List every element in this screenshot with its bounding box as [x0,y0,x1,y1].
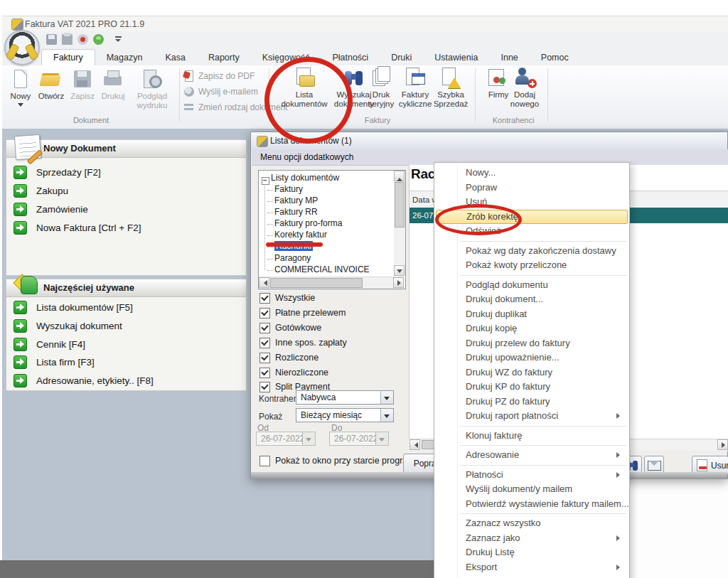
tree-item-faktury[interactable]: Faktury [267,184,303,195]
lista-dokumentow-button[interactable]: Lista dokumentów [282,67,326,109]
scrollbar-thumb[interactable] [395,182,405,228]
sidebar-item-wyszukaj-dokument[interactable]: Wyszukaj dokument [14,319,122,332]
faktury-cykliczne-button[interactable]: Faktury cykliczne [395,67,435,109]
menu-item-drukuj-wz[interactable]: Drukuj WZ do faktury [434,365,629,380]
wyslij-emailem-button[interactable]: Wyślij e-mailem [183,85,258,98]
scroll-up-icon[interactable] [394,171,405,181]
sidebar-item-nowa-faktura[interactable]: Nowa Faktura [Ctrl + F2] [14,221,141,234]
column-wartosc[interactable]: Wartość [722,191,728,208]
zapisz-do-pdf-button[interactable]: Zapisz do PDF [183,70,255,82]
print-icon[interactable] [62,34,73,45]
tab-magazyn[interactable]: Magazyn [95,50,154,65]
checkbox-rozliczone[interactable]: Rozliczone [259,353,318,363]
checkbox-nierozliczone[interactable]: Nierozliczone [259,368,328,378]
menu-item-pokaz-kwoty[interactable]: Pokaż kwoty przeliczone [434,258,629,273]
checkbox-platne-przelewem[interactable]: Płatne przelewem [259,308,346,318]
tree-item-faktury-mp[interactable]: Faktury MP [267,196,318,206]
sidebar-item-adresowanie[interactable]: Adresowanie, etykiety.. [F8] [14,374,154,387]
menu-item-drukuj-liste[interactable]: Drukuj Listę [434,545,629,560]
menu-item-usun[interactable]: Usuń [434,195,629,210]
menu-item-platnosci[interactable]: Płatności [434,468,629,483]
dropdown-icon[interactable] [380,409,393,422]
scrollbar-thumb[interactable] [270,278,363,288]
sidebar-item-cennik[interactable]: Cennik [F4] [14,338,85,350]
szybka-sprzedaz-button[interactable]: Szybka Sprzedaż [431,67,471,109]
menu-item-drukuj-upowaznienie[interactable]: Drukuj upoważnienie... [434,350,629,365]
update-badge-icon[interactable] [93,34,104,45]
sidebar-item-lista-dokumentow[interactable]: Lista dokumentów [F5] [14,301,133,314]
menu-item-eksport[interactable]: Eksport [434,560,629,575]
scroll-right-icon[interactable] [717,439,728,450]
menu-opcji-dodatkowych[interactable]: Menu opcji dodatkowych [260,152,353,162]
tree-item-paragony[interactable]: Paragony [267,253,311,264]
tab-ustawienia[interactable]: Ustawienia [423,50,489,65]
menu-item-drukuj-pz[interactable]: Drukuj PZ do faktury [434,395,629,410]
menu-item-podglad-dokumentu[interactable]: Podgląd dokumentu [434,278,629,293]
app-logo[interactable] [4,30,40,65]
tree-item-faktury-pro-forma[interactable]: Faktury pro-forma [267,218,342,229]
scroll-left-icon[interactable] [259,277,269,288]
menu-item-potwierdz-wystawienie[interactable]: Potwierdź wystawienie faktury mailem... [434,497,629,512]
otworz-button[interactable]: Otwórz [36,68,67,101]
tab-platnosci[interactable]: Płatności [321,50,380,65]
menu-item-popraw[interactable]: Popraw [434,181,629,196]
nowy-button[interactable]: Nowy [7,68,34,109]
tab-ksiegowosc[interactable]: Księgowość [251,50,321,65]
menu-item-zaznacz-jako[interactable]: Zaznacz jako [434,531,629,546]
tab-raporty[interactable]: Raporty [197,50,251,65]
menu-item-drukuj-przelew[interactable]: Drukuj przelew do faktury [434,336,629,351]
menu-item-pokaz-wg-daty[interactable]: Pokaż wg daty zakończenia dostawy [434,244,629,259]
pokaz-select[interactable]: Bieżący miesiąc [296,408,394,422]
menu-item-drukuj-kp[interactable]: Drukuj KP do faktury [434,380,629,395]
sidebar-item-sprzedazy[interactable]: Sprzedaży [F2] [14,166,101,178]
scroll-left-icon[interactable] [410,439,420,450]
dodaj-nowego-button[interactable]: Dodaj nowego [505,67,545,109]
tree-horizontal-scrollbar[interactable] [259,277,404,289]
tab-kasa[interactable]: Kasa [154,50,197,65]
kontrahent-select[interactable]: Nabywca [296,390,394,405]
checkbox-gotowkowe[interactable]: Gotówkowe [259,323,321,333]
menu-item-zaznacz-wszystko[interactable]: Zaznacz wszystko [434,516,629,531]
podglad-wydruku-button[interactable]: Podgląd wydruku [129,68,175,110]
document-list-tree[interactable]: Listy dokumentów Faktury Faktury MP Fakt… [258,170,406,289]
menu-item-nowy[interactable]: Nowy... [434,166,629,181]
sidebar-item-lista-firm[interactable]: Lista firm [F3] [14,355,95,368]
tab-pomoc[interactable]: Pomoc [530,50,580,65]
save-icon[interactable] [46,34,57,45]
settings-badge-icon[interactable] [77,34,88,45]
druk-seryjny-button[interactable]: Druk seryjny [364,67,398,109]
checkbox-wszystkie[interactable]: Wszystkie [259,293,315,303]
menu-item-odswiez[interactable]: Odśwież [434,224,629,239]
drukuj-button[interactable]: Drukuj [98,68,128,101]
tab-druki[interactable]: Druki [380,50,423,65]
menu-item-adresowanie[interactable]: Adresowanie [434,448,629,463]
menu-item-zrob-korekte[interactable]: Zrób korektę [436,210,628,225]
scroll-right-icon[interactable] [393,277,404,288]
tree-item-faktury-rr[interactable]: Faktury RR [267,207,318,218]
tree-root[interactable]: Listy dokumentów [271,173,339,183]
menu-item-drukuj-kopie[interactable]: Drukuj kopię [434,321,629,336]
sidebar-item-zamowienie[interactable]: Zamówienie [14,203,88,215]
dropdown-icon[interactable] [380,391,393,404]
menu-item-drukuj-raport-platnosci[interactable]: Drukuj raport płatności [434,409,629,424]
zmien-rodzaj-dokumentu-button[interactable]: Zmień rodzaj dokument [183,101,287,114]
tab-inne[interactable]: Inne [489,50,529,65]
tree-item-commercial-invoice[interactable]: COMMERCIAL INVOICE [267,264,370,275]
scroll-down-icon[interactable] [394,265,405,276]
menu-item-klonuj-fakture[interactable]: Klonuj fakturę [434,429,629,444]
date-from-field[interactable]: 26-07-2022 [256,432,316,446]
menu-item-drukuj-dokument[interactable]: Drukuj dokument... [434,292,629,307]
panel-nowy-dokument: Nowy Dokument Sprzedaży [F2] Zakupu Zamó… [6,139,247,276]
checkbox-startup-option[interactable]: Pokaż to okno przy starcie programu [259,456,420,466]
date-to-field[interactable]: 26-07-2022 [329,432,389,446]
tab-faktury[interactable]: Faktury [41,49,95,65]
menu-item-wyslij-dokumenty-mailem[interactable]: Wyślij dokument/y mailem [434,482,629,497]
tree-vertical-scrollbar[interactable] [394,171,405,276]
checkbox-inne-sposoby[interactable]: Inne spos. zapłaty [259,338,347,348]
dialog-titlebar[interactable]: Lista dokumentów (1) [251,132,727,150]
tree-item-korekty-faktur[interactable]: Korekty faktur [267,230,327,240]
sidebar-item-zakupu[interactable]: Zakupu [14,184,68,197]
zapisz-button[interactable]: Zapisz [68,68,97,101]
menu-item-drukuj-duplikat[interactable]: Drukuj duplikat [434,307,629,322]
customize-toolbar-icon[interactable] [113,34,124,45]
